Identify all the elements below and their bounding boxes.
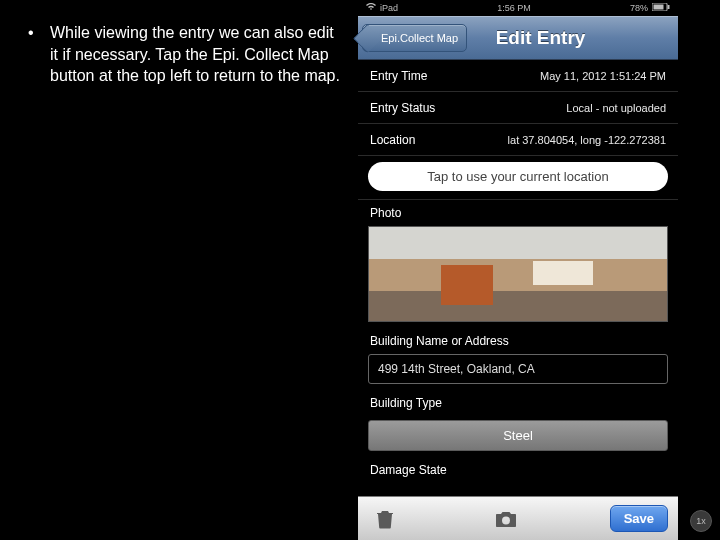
save-button[interactable]: Save bbox=[610, 505, 668, 532]
instruction-list: While viewing the entry we can also edit… bbox=[22, 22, 342, 87]
device-name: iPad bbox=[380, 3, 398, 13]
entry-status-label: Entry Status bbox=[370, 101, 435, 115]
battery-percent: 78% bbox=[630, 3, 648, 13]
instruction-bullet: While viewing the entry we can also edit… bbox=[22, 22, 342, 87]
photo-thumbnail[interactable] bbox=[368, 226, 668, 322]
svg-rect-1 bbox=[654, 5, 664, 10]
device-screenshot: iPad 1:56 PM 78% Epi.Collect Map Edit En… bbox=[358, 0, 678, 540]
building-name-label: Building Name or Address bbox=[358, 322, 678, 354]
trash-icon[interactable] bbox=[368, 505, 402, 533]
back-button-label: Epi.Collect Map bbox=[381, 32, 458, 44]
entry-status-value: Local - not uploaded bbox=[566, 102, 666, 114]
battery-icon bbox=[652, 3, 670, 13]
page-title: Edit Entry bbox=[467, 27, 614, 49]
svg-rect-2 bbox=[668, 5, 670, 9]
wifi-icon bbox=[366, 3, 376, 13]
entry-time-row: Entry Time May 11, 2012 1:51:24 PM bbox=[358, 60, 678, 92]
camera-icon[interactable] bbox=[489, 505, 523, 533]
building-type-label: Building Type bbox=[358, 384, 678, 416]
ios-status-bar: iPad 1:56 PM 78% bbox=[358, 0, 678, 16]
clock: 1:56 PM bbox=[497, 3, 531, 13]
building-type-select[interactable]: Steel bbox=[368, 420, 668, 451]
use-current-location-button[interactable]: Tap to use your current location bbox=[368, 162, 668, 191]
entry-time-value: May 11, 2012 1:51:24 PM bbox=[540, 70, 666, 82]
entry-form: Entry Time May 11, 2012 1:51:24 PM Entry… bbox=[358, 60, 678, 496]
building-name-input[interactable]: 499 14th Street, Oakland, CA bbox=[368, 354, 668, 384]
photo-label: Photo bbox=[358, 200, 678, 224]
back-button[interactable]: Epi.Collect Map bbox=[362, 24, 467, 52]
entry-time-label: Entry Time bbox=[370, 69, 427, 83]
nav-bar: Epi.Collect Map Edit Entry bbox=[358, 16, 678, 60]
location-row: Location lat 37.804054, long -122.272381 bbox=[358, 124, 678, 156]
bottom-toolbar: Save bbox=[358, 496, 678, 540]
location-label: Location bbox=[370, 133, 415, 147]
location-value: lat 37.804054, long -122.272381 bbox=[508, 134, 666, 146]
damage-state-label: Damage State bbox=[358, 451, 678, 483]
zoom-1x-badge[interactable]: 1x bbox=[690, 510, 712, 532]
entry-status-row: Entry Status Local - not uploaded bbox=[358, 92, 678, 124]
